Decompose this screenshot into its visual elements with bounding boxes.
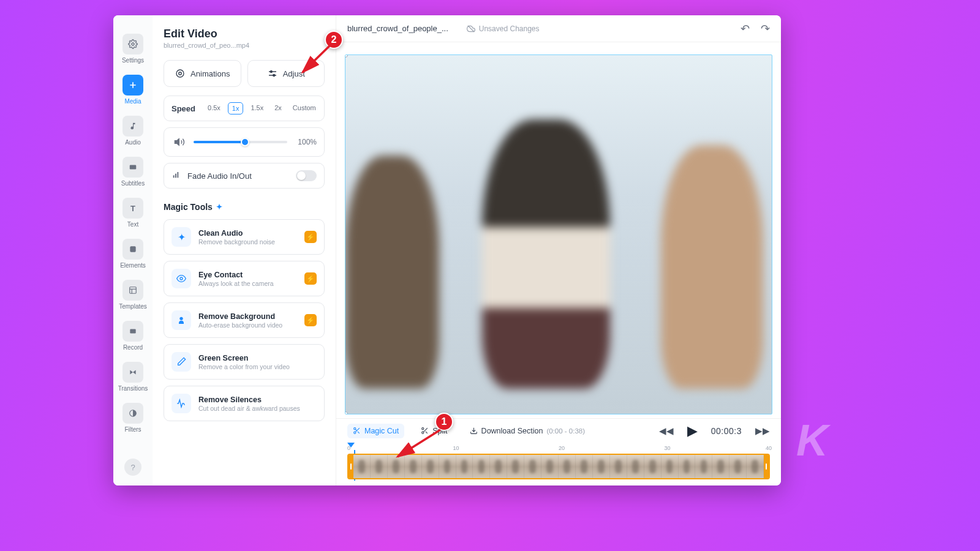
magic-eye-contact[interactable]: Eye Contact Always look at the camera ⚡ (164, 261, 325, 296)
svg-line-34 (303, 45, 330, 72)
rewind-button[interactable]: ◀◀ (659, 425, 674, 437)
nav-label: Record (123, 344, 143, 351)
nav-label: Settings (122, 57, 144, 64)
bolt-icon: ⚡ (304, 314, 317, 326)
main-area: blurred_crowd_of_people_... Unsaved Chan… (336, 15, 781, 485)
speed-0-5x[interactable]: 0.5x (204, 102, 224, 114)
help-button[interactable]: ? (124, 459, 141, 476)
nav-label: Filters (124, 426, 141, 433)
magic-name: Remove Background (198, 312, 297, 321)
play-button[interactable]: ▶ (687, 423, 698, 439)
svg-line-26 (355, 429, 356, 430)
volume-icon[interactable] (172, 134, 187, 150)
arrow-1 (390, 427, 445, 464)
clip-handle-left[interactable] (349, 455, 353, 478)
speed-custom[interactable]: Custom (289, 102, 320, 114)
fade-label: Fade Audio In/Out (187, 171, 252, 181)
volume-control: 100% (164, 127, 325, 157)
dropper-icon (172, 352, 191, 372)
magic-remove-background[interactable]: Remove Background Auto-erase background … (164, 302, 325, 338)
speed-2x[interactable]: 2x (271, 102, 285, 114)
nav-transitions[interactable]: Transitions (118, 362, 148, 392)
svg-point-23 (354, 432, 356, 433)
nav-label: Subtitles (121, 180, 145, 187)
magic-name: Clean Audio (198, 229, 297, 238)
speed-1x[interactable]: 1x (228, 102, 244, 114)
nav-label: Elements (120, 262, 146, 269)
svg-point-15 (273, 75, 274, 77)
nav-media[interactable]: Media (123, 75, 143, 105)
magic-name: Remove Silences (198, 395, 317, 404)
resize-handle[interactable] (345, 411, 348, 414)
volume-slider[interactable] (194, 141, 287, 143)
edit-panel: Edit Video blurred_crowd_of_peo...mp4 An… (153, 15, 336, 485)
animations-icon (175, 68, 186, 79)
svg-rect-4 (130, 246, 135, 252)
adjust-icon (267, 68, 278, 79)
svg-point-20 (180, 277, 183, 280)
topbar: blurred_crowd_of_people_... Unsaved Chan… (336, 15, 781, 42)
audio-icon (123, 116, 143, 137)
filename: blurred_crowd_of_people_... (347, 24, 448, 33)
clip-handle-right[interactable] (764, 455, 769, 478)
svg-point-21 (179, 317, 183, 320)
fade-toggle[interactable] (296, 170, 317, 181)
animations-tab[interactable]: Animations (164, 60, 241, 87)
sparkle-icon: ✦ (216, 203, 222, 211)
redo-button[interactable]: ↷ (761, 22, 770, 36)
nav-templates[interactable]: Templates (119, 280, 147, 310)
undo-redo: ↶ ↷ (741, 22, 770, 36)
sparkle-icon: ✦ (172, 227, 191, 247)
nav-rail: Settings Media Audio Subtitles T Text El… (113, 15, 153, 485)
nav-audio[interactable]: Audio (123, 116, 143, 146)
forward-button[interactable]: ▶▶ (755, 425, 770, 437)
svg-line-32 (398, 430, 440, 457)
svg-point-10 (179, 72, 182, 75)
resize-handle[interactable] (345, 54, 348, 58)
arrow-2 (296, 43, 339, 80)
undo-button[interactable]: ↶ (741, 22, 750, 36)
svg-rect-8 (130, 329, 135, 334)
magic-name: Green Screen (198, 354, 317, 362)
slider-thumb[interactable] (241, 138, 249, 146)
speed-1-5x[interactable]: 1.5x (247, 102, 267, 114)
transitions-icon (123, 362, 143, 383)
download-section-button[interactable]: Download Section(0:00 - 0:38) (464, 424, 590, 438)
nav-subtitles[interactable]: Subtitles (121, 157, 145, 187)
bolt-icon: ⚡ (304, 231, 317, 243)
video-preview[interactable] (345, 54, 772, 414)
eye-icon (172, 269, 191, 288)
nav-label: Transitions (118, 385, 148, 392)
magic-clean-audio[interactable]: ✦ Clean Audio Remove background noise ⚡ (164, 219, 325, 255)
nav-text[interactable]: T Text (123, 198, 143, 228)
elements-icon (123, 239, 143, 260)
svg-rect-19 (177, 172, 178, 178)
nav-label: Text (127, 221, 138, 228)
nav-elements[interactable]: Elements (120, 239, 146, 269)
nav-record[interactable]: Record (123, 321, 143, 351)
magic-desc: Remove a color from your video (198, 363, 317, 370)
magic-name: Eye Contact (198, 271, 297, 279)
timecode: 00:00:3 (711, 426, 742, 436)
playback-controls: ◀◀ ▶ 00:00:3 ▶▶ (659, 423, 770, 439)
speed-options: 0.5x 1x 1.5x 2x Custom (204, 102, 320, 114)
magic-desc: Cut out dead air & awkward pauses (198, 405, 317, 412)
scissors-icon (353, 427, 361, 435)
magic-tools-title: Magic Tools ✦ (164, 202, 325, 212)
svg-point-11 (176, 70, 184, 77)
svg-point-0 (132, 43, 134, 45)
nav-label: Audio (125, 139, 141, 146)
wave-icon (172, 394, 191, 413)
magic-remove-silences[interactable]: Remove Silences Cut out dead air & awkwa… (164, 386, 325, 421)
gear-icon (123, 34, 143, 54)
speed-label: Speed (172, 104, 195, 113)
magic-green-screen[interactable]: Green Screen Remove a color from your vi… (164, 344, 325, 380)
subtitles-icon (123, 157, 143, 178)
svg-point-14 (270, 71, 272, 73)
nav-settings[interactable]: Settings (122, 34, 144, 64)
svg-rect-5 (130, 287, 137, 294)
fade-icon (172, 170, 181, 182)
nav-filters[interactable]: Filters (123, 403, 143, 433)
svg-rect-3 (130, 165, 137, 170)
filters-icon (123, 403, 143, 424)
